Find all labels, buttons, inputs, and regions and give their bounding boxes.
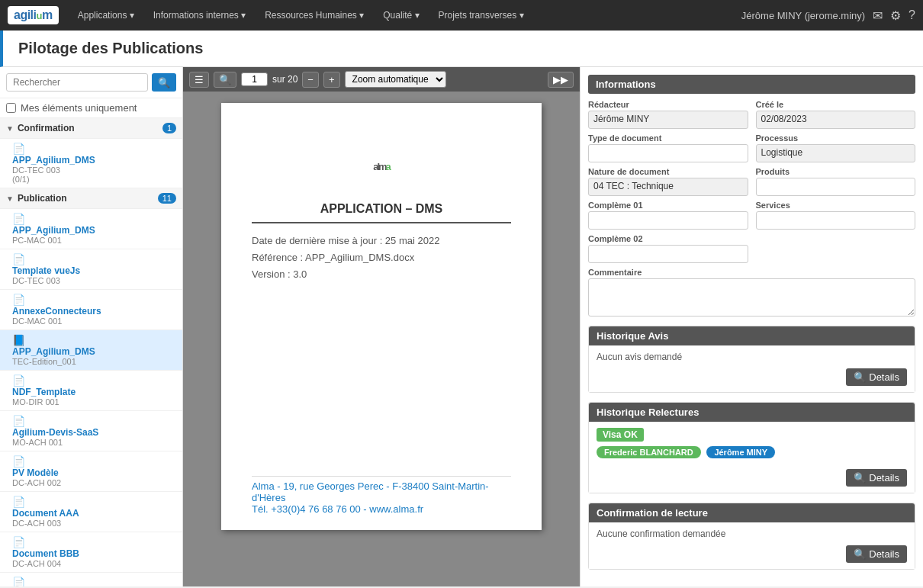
doc-ref: MO-ACH 001 (12, 438, 176, 447)
confirmation-lecture-body: Aucune confirmation demandée 🔍 Details (589, 522, 915, 569)
zoom-out-button[interactable]: − (302, 72, 319, 88)
document-icon: 📄 (12, 455, 25, 468)
nav-applications[interactable]: Applications ▾ (70, 6, 142, 24)
doc-title: NDF_Template (12, 387, 176, 397)
list-item[interactable]: 📄 Document CCC DC-ACH 005 (0, 573, 182, 586)
document-icon: 📄 (12, 374, 25, 387)
list-item[interactable]: 📄 APP_Agilium_DMS DC-TEC 003 (0/1) (0, 139, 182, 188)
nav-informations-internes[interactable]: Informations internes ▾ (146, 6, 253, 24)
list-item[interactable]: 📄 Template vueJs DC-TEC 003 (0, 249, 182, 290)
processus-label: Processus (756, 133, 916, 143)
sidebar: 🔍 Mes éléments uniquement ▼ Confirmation… (0, 67, 183, 586)
historique-avis-details-label: Details (869, 371, 899, 383)
doc-ref: MO-DIR 001 (12, 397, 176, 406)
processus-value: Logistique (756, 144, 916, 162)
document-icon: 📄 (12, 536, 25, 548)
nature-doc-value: 04 TEC : Technique (588, 178, 748, 196)
sidebar-toggle-button[interactable]: ☰ (189, 72, 209, 88)
list-item[interactable]: 📄 AnnexeConnecteurs DC-MAC 001 (0, 290, 182, 330)
list-item[interactable]: 📄 NDF_Template MO-DIR 001 (0, 371, 182, 411)
informations-section: Informations Rédacteur Jérôme MINY Créé … (588, 75, 915, 316)
section-confirmation[interactable]: ▼ Confirmation 1 (0, 118, 182, 139)
compleme01-label: Complème 01 (588, 201, 748, 210)
user-name: Jérôme MINY (jerome.miny) (741, 10, 865, 21)
services-label: Services (756, 201, 916, 210)
document-icon: 📄 (12, 213, 25, 225)
commentaire-label: Commentaire (588, 268, 915, 277)
info-panel: Informations Rédacteur Jérôme MINY Créé … (580, 67, 923, 586)
doc-title: PV Modèle (12, 468, 176, 478)
confirmation-lecture-details-label: Details (869, 548, 899, 560)
doc-meta-date: Date de dernière mise à jour : 25 mai 20… (252, 233, 511, 249)
help-icon[interactable]: ? (909, 8, 915, 22)
document-icon: 📄 (12, 294, 25, 306)
my-elements-filter[interactable]: Mes éléments uniquement (0, 98, 182, 118)
historique-avis-title: Historique Avis (589, 326, 915, 345)
confirmation-lecture-details-button[interactable]: 🔍 Details (846, 545, 907, 563)
info-grid-bottom: Services Complème 01 Complème 02 (588, 201, 915, 263)
document-icon: 📄 (12, 577, 25, 586)
zoom-in-button[interactable]: + (323, 72, 340, 88)
informations-title: Informations (588, 75, 915, 94)
page-total: sur 20 (272, 74, 297, 85)
logo[interactable]: agilium (8, 6, 59, 24)
doc-title: Template vueJs (12, 265, 176, 276)
page-title: Pilotage des Publications (0, 31, 923, 67)
section-publication[interactable]: ▼ Publication 11 (0, 188, 182, 209)
doc-ref: DC-ACH 002 (12, 478, 176, 487)
historique-avis-body: Aucun avis demandé 🔍 Details (589, 345, 915, 392)
nav-ressources-humaines[interactable]: Ressources Humaines ▾ (257, 6, 371, 24)
zoom-select[interactable]: Zoom automatique (345, 71, 446, 88)
list-item[interactable]: 📘 APP_Agilium_DMS TEC-Edition_001 (0, 330, 182, 371)
confirmation-lecture-title: Confirmation de lecture (589, 503, 915, 522)
publication-items: 📄 APP_Agilium_DMS PC-MAC 001 📄 Template … (0, 209, 182, 586)
info-grid-top: Rédacteur Jérôme MINY Créé le 02/08/2023… (588, 100, 915, 196)
doc-toolbar: ☰ 🔍 sur 20 − + Zoom automatique ▶▶ (183, 67, 580, 92)
top-navigation: agilium Applications ▾ Informations inte… (0, 0, 923, 31)
doc-ref: DC-MAC 001 (12, 316, 176, 326)
doc-page-meta: Date de dernière mise à jour : 25 mai 20… (252, 233, 511, 283)
confirmation-lecture-section: Confirmation de lecture Aucune confirmat… (588, 503, 915, 570)
search-input[interactable] (6, 73, 148, 92)
logo-green: a (386, 161, 390, 172)
list-item[interactable]: 📄 Document BBB DC-ACH 004 (0, 532, 182, 573)
doc-title: Document BBB (12, 548, 176, 559)
my-elements-checkbox[interactable] (6, 103, 16, 113)
historique-relectures-title: Historique Relectures (589, 403, 915, 422)
nav-qualite[interactable]: Qualité ▾ (375, 6, 426, 24)
historique-relectures-details-button[interactable]: 🔍 Details (846, 469, 907, 487)
list-item[interactable]: 📄 PV Modèle DC-ACH 002 (0, 451, 182, 492)
doc-ref: DC-TEC 003 (12, 165, 176, 175)
document-icon: 📄 (12, 496, 25, 508)
doc-title: Agilium-Devis-SaaS (12, 427, 176, 438)
document-icon: 📄 (12, 415, 25, 427)
historique-avis-details-button[interactable]: 🔍 Details (846, 368, 907, 386)
doc-page-footer: Alma - 19, rue Georges Perec - F-38400 S… (252, 476, 511, 515)
mail-icon[interactable]: ✉ (873, 8, 883, 23)
nav-projets-transverses[interactable]: Projets transverses ▾ (431, 6, 532, 24)
expand-button[interactable]: ▶▶ (548, 72, 574, 88)
sidebar-search-area: 🔍 (0, 67, 182, 98)
commentaire-input[interactable] (588, 278, 915, 316)
doc-page: alma APPLICATION – DMS Date de dernière … (221, 103, 542, 530)
compleme01-field: Complème 01 (588, 201, 748, 230)
doc-sub: (0/1) (12, 175, 176, 184)
search-button[interactable]: 🔍 (152, 73, 176, 92)
footer-tel: Tél. +33(0)4 76 68 76 00 - www.alma.fr (252, 503, 511, 515)
user-badge-frederic: Frederic BLANCHARD (597, 446, 701, 458)
document-icon: 📘 (12, 334, 25, 346)
publication-badge: 11 (158, 193, 176, 204)
page-number-input[interactable] (241, 72, 268, 86)
doc-page-title: APPLICATION – DMS (252, 202, 511, 223)
search-doc-button[interactable]: 🔍 (214, 72, 236, 88)
gear-icon[interactable]: ⚙ (890, 8, 901, 23)
redacteur-value: Jérôme MINY (588, 111, 748, 129)
type-doc-label: Type de document (588, 133, 748, 143)
list-item[interactable]: 📄 Agilium-Devis-SaaS MO-ACH 001 (0, 411, 182, 451)
list-item[interactable]: 📄 Document AAA DC-ACH 003 (0, 492, 182, 532)
doc-page-container[interactable]: alma APPLICATION – DMS Date de dernière … (183, 92, 580, 586)
list-item[interactable]: 📄 APP_Agilium_DMS PC-MAC 001 (0, 209, 182, 249)
cree-le-value: 02/08/2023 (756, 111, 916, 129)
cree-le-label: Créé le (756, 100, 916, 109)
cree-le-field: Créé le 02/08/2023 (756, 100, 916, 129)
